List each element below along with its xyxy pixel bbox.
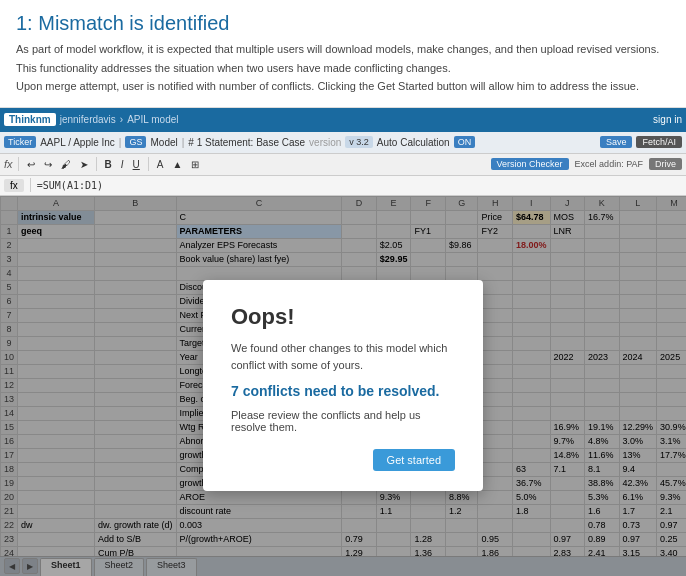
get-started-button[interactable]: Get started <box>373 449 455 471</box>
arrow-button[interactable]: ➤ <box>77 158 91 171</box>
header-section: 1: Mismatch is identified As part of mod… <box>0 0 686 108</box>
ticker-symbol[interactable]: AAPL / Apple Inc <box>40 137 115 148</box>
cell-reference[interactable]: fx <box>4 179 24 192</box>
auto-calc-label: Auto Calculation <box>377 137 450 148</box>
fill-color-button[interactable]: ▲ <box>169 158 185 171</box>
ticker-bar: Ticker AAPL / Apple Inc | GS Model | # 1… <box>0 132 686 154</box>
underline-button[interactable]: U <box>130 158 143 171</box>
modal-subdesc: Please review the conflicts and help us … <box>231 409 455 433</box>
gs-tag: GS <box>125 136 146 148</box>
modal-conflicts: 7 conflicts need to be resolved. <box>231 383 455 399</box>
modal-footer: Get started <box>231 449 455 471</box>
header-desc2: This functionality addresses the situati… <box>16 60 670 77</box>
version-badge: v 3.2 <box>345 136 373 148</box>
signin-button[interactable]: sign in <box>653 114 682 125</box>
excel-addin-label: Excel addin: PAF <box>572 159 646 169</box>
version-checker-button[interactable]: Version Checker <box>491 158 569 170</box>
modal-dialog: Oops! We found other changes to this mod… <box>203 280 483 491</box>
drive-button[interactable]: Drive <box>649 158 682 170</box>
format-toolbar: fx ↩ ↪ 🖌 ➤ B I U A ▲ ⊞ Version Checker E… <box>0 154 686 176</box>
bold-button[interactable]: B <box>102 158 115 171</box>
redo-button[interactable]: ↪ <box>41 158 55 171</box>
formula-input[interactable]: =SUM(A1:D1) <box>37 180 103 191</box>
header-desc3: Upon merge attempt, user is notified wit… <box>16 78 670 95</box>
undo-button[interactable]: ↩ <box>24 158 38 171</box>
fetch-button[interactable]: Fetch/AI <box>636 136 682 148</box>
ticker-tag: Ticker <box>4 136 36 148</box>
save-button[interactable]: Save <box>600 136 633 148</box>
formula-bar: fx =SUM(A1:D1) <box>0 176 686 196</box>
formula-sep <box>30 178 31 192</box>
auto-calc-on[interactable]: ON <box>454 136 476 148</box>
paint-button[interactable]: 🖌 <box>58 158 74 171</box>
sep1 <box>18 157 19 171</box>
sep3 <box>148 157 149 171</box>
modal-overlay[interactable]: Oops! We found other changes to this mod… <box>0 196 686 577</box>
brand-logo: Thinknm <box>4 113 56 126</box>
font-color-button[interactable]: A <box>154 158 167 171</box>
modal-desc: We found other changes to this model whi… <box>231 340 455 373</box>
page-title: 1: Mismatch is identified <box>16 12 670 35</box>
app-toolbar: Thinknm jenniferdavis › APIL model sign … <box>0 108 686 132</box>
sep2 <box>96 157 97 171</box>
header-desc1: As part of model workflow, it is expecte… <box>16 41 670 58</box>
fx-icon: fx <box>4 158 13 170</box>
modal-title: Oops! <box>231 304 455 330</box>
table-icon-button[interactable]: ⊞ <box>188 158 202 171</box>
spreadsheet-area: A B C D E F G H I J K L M N <box>0 196 686 577</box>
model-label[interactable]: Model <box>150 137 177 148</box>
statement-label[interactable]: # 1 Statement: Base Case <box>188 137 305 148</box>
nav-model[interactable]: APIL model <box>127 114 178 125</box>
italic-button[interactable]: I <box>118 158 127 171</box>
nav-user[interactable]: jenniferdavis <box>60 114 116 125</box>
